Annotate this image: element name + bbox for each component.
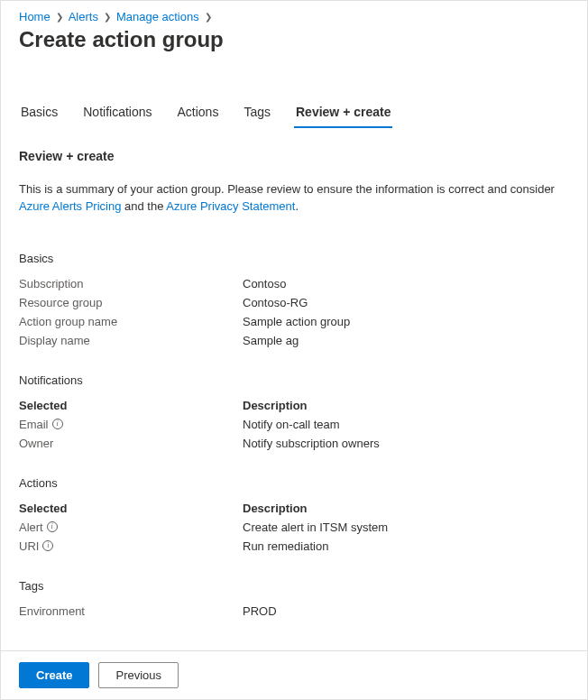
- label-uri: URI i: [19, 539, 243, 553]
- label-email: Email i: [19, 418, 243, 431]
- breadcrumb-home[interactable]: Home: [19, 10, 51, 23]
- label-alert: Alert i: [19, 520, 243, 534]
- content: Review + create This is a summary of you…: [1, 129, 587, 621]
- label-alert-text: Alert: [19, 520, 43, 534]
- notifications-heading: Notifications: [19, 373, 569, 387]
- breadcrumb-manage-actions[interactable]: Manage actions: [116, 10, 199, 23]
- tags-heading: Tags: [19, 579, 569, 593]
- tab-actions[interactable]: Actions: [176, 97, 221, 128]
- label-resource-group: Resource group: [19, 296, 243, 309]
- value-email: Notify on-call team: [243, 418, 340, 431]
- row-environment: Environment PROD: [19, 602, 569, 621]
- info-icon[interactable]: i: [47, 521, 58, 532]
- tab-basics[interactable]: Basics: [19, 97, 60, 128]
- previous-button[interactable]: Previous: [98, 662, 179, 688]
- summary-mid: and the: [121, 199, 166, 213]
- info-icon[interactable]: i: [52, 419, 63, 429]
- value-action-group-name: Sample action group: [243, 315, 350, 328]
- label-owner: Owner: [19, 437, 243, 450]
- tabs: Basics Notifications Actions Tags Review…: [1, 97, 587, 129]
- value-alert: Create alert in ITSM system: [243, 520, 388, 534]
- chevron-right-icon: ❯: [104, 12, 111, 22]
- row-alert: Alert i Create alert in ITSM system: [19, 518, 569, 537]
- notifications-description-header: Description: [243, 399, 308, 412]
- label-uri-text: URI: [19, 539, 39, 553]
- summary-pre: This is a summary of your action group. …: [19, 182, 555, 196]
- actions-description-header: Description: [243, 502, 308, 515]
- basics-heading: Basics: [19, 252, 569, 265]
- value-subscription: Contoso: [243, 277, 286, 290]
- link-azure-privacy-statement[interactable]: Azure Privacy Statement: [166, 199, 295, 213]
- value-resource-group: Contoso-RG: [243, 296, 308, 309]
- row-display-name: Display name Sample ag: [19, 331, 569, 350]
- value-owner: Notify subscription owners: [243, 437, 380, 450]
- chevron-right-icon: ❯: [205, 12, 212, 22]
- notifications-header-row: Selected Description: [19, 396, 569, 415]
- value-display-name: Sample ag: [243, 334, 299, 347]
- footer: Create Previous: [1, 650, 587, 699]
- summary-post: .: [295, 199, 299, 213]
- notifications-selected-header: Selected: [19, 399, 243, 412]
- value-environment: PROD: [243, 604, 277, 618]
- page-title: Create action group: [1, 27, 587, 67]
- row-uri: URI i Run remediation: [19, 537, 569, 556]
- chevron-right-icon: ❯: [56, 12, 63, 22]
- row-owner: Owner Notify subscription owners: [19, 434, 569, 453]
- review-heading: Review + create: [19, 149, 569, 163]
- create-button[interactable]: Create: [19, 662, 89, 688]
- summary-text: This is a summary of your action group. …: [19, 181, 569, 216]
- row-resource-group: Resource group Contoso-RG: [19, 293, 569, 312]
- actions-selected-header: Selected: [19, 502, 243, 515]
- label-action-group-name: Action group name: [19, 315, 243, 328]
- row-email: Email i Notify on-call team: [19, 415, 569, 434]
- row-action-group-name: Action group name Sample action group: [19, 312, 569, 331]
- label-subscription: Subscription: [19, 277, 243, 290]
- label-display-name: Display name: [19, 334, 243, 347]
- link-azure-alerts-pricing[interactable]: Azure Alerts Pricing: [19, 199, 121, 213]
- tab-notifications[interactable]: Notifications: [81, 97, 153, 128]
- label-email-text: Email: [19, 418, 49, 431]
- info-icon[interactable]: i: [42, 540, 53, 551]
- actions-heading: Actions: [19, 476, 569, 490]
- tab-review-create[interactable]: Review + create: [294, 97, 392, 128]
- actions-header-row: Selected Description: [19, 499, 569, 518]
- breadcrumb: Home ❯ Alerts ❯ Manage actions ❯: [1, 1, 587, 27]
- label-environment: Environment: [19, 604, 243, 618]
- value-uri: Run remediation: [243, 539, 328, 553]
- tab-tags[interactable]: Tags: [242, 97, 272, 128]
- row-subscription: Subscription Contoso: [19, 274, 569, 293]
- breadcrumb-alerts[interactable]: Alerts: [69, 10, 98, 23]
